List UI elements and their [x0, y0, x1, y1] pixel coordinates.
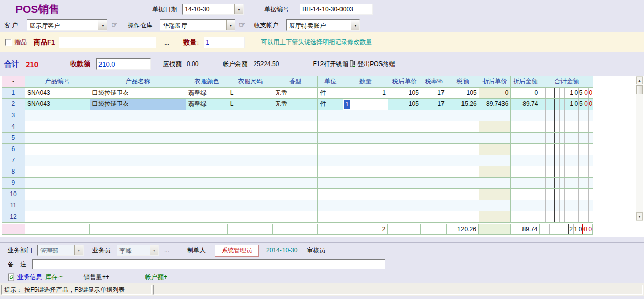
cell-tax[interactable]: 105 [447, 88, 479, 99]
cell-tax_rate[interactable]: 17 [421, 88, 447, 99]
cell-code[interactable] [25, 144, 90, 155]
table-row-empty[interactable]: 12 [2, 211, 593, 223]
cell-disc_amount[interactable] [511, 133, 540, 144]
cell-unit[interactable] [318, 211, 343, 223]
cell-disc_price[interactable] [479, 133, 511, 144]
cell-unit[interactable]: 件 [318, 99, 343, 110]
cell-size[interactable] [228, 144, 273, 155]
cell-name[interactable] [90, 189, 186, 200]
chevron-down-icon[interactable]: ▼ [351, 20, 359, 30]
cell-disc_amount[interactable] [511, 166, 540, 178]
cell-tax[interactable] [447, 211, 479, 223]
table-row-empty[interactable]: 11 [2, 200, 593, 211]
cell-no[interactable]: 5 [2, 133, 25, 144]
table-row-empty[interactable]: 4 [2, 121, 593, 133]
cell-scent[interactable] [273, 166, 318, 178]
cell-tax[interactable] [447, 178, 479, 189]
cell-price[interactable] [388, 121, 421, 133]
cell-tax[interactable]: 120.26 [447, 224, 479, 234]
cell-amount[interactable] [540, 155, 593, 166]
cell-color[interactable] [186, 166, 228, 178]
cell-name[interactable]: 口袋拉链卫衣 [90, 99, 186, 110]
scroll-down-button[interactable]: ▼ [636, 212, 643, 220]
cell-name[interactable] [90, 166, 186, 178]
cell-name[interactable]: 口袋拉链卫衣 [90, 88, 186, 99]
cell-code[interactable] [25, 155, 90, 166]
cell-tax[interactable] [447, 189, 479, 200]
cell-qty[interactable] [343, 200, 388, 211]
cell-no[interactable]: 8 [2, 166, 25, 178]
table-row-empty[interactable]: 9 [2, 178, 593, 189]
qty-input[interactable] [204, 37, 245, 48]
cell-name[interactable] [90, 178, 186, 189]
cell-amount[interactable] [540, 144, 593, 155]
cell-color[interactable] [186, 189, 228, 200]
table-row-empty[interactable]: 5 [2, 133, 593, 144]
cell-disc_amount[interactable]: 0 [511, 88, 540, 99]
cell-code[interactable]: SNA043 [25, 88, 90, 99]
cell-no[interactable]: 2 [2, 99, 25, 110]
cell-unit[interactable] [318, 110, 343, 121]
cell-price[interactable] [388, 178, 421, 189]
cell-unit[interactable] [318, 224, 343, 234]
cell-unit[interactable] [318, 166, 343, 178]
dept-combobox[interactable]: 管理部 ▼ [37, 245, 84, 256]
cell-disc_price[interactable] [479, 155, 511, 166]
cell-code[interactable] [25, 133, 90, 144]
cell-amount[interactable] [540, 211, 593, 223]
cell-amount[interactable]: 21000 [540, 224, 593, 234]
product-more-button[interactable]: ... [164, 39, 169, 46]
salesperson-more-button[interactable]: ... [164, 247, 169, 254]
cell-tax_rate[interactable] [421, 144, 447, 155]
cell-scent[interactable] [273, 133, 318, 144]
cell-tax[interactable] [447, 110, 479, 121]
doc-no-input[interactable] [300, 4, 373, 15]
cell-scent[interactable] [273, 178, 318, 189]
scroll-thumb[interactable] [636, 85, 643, 94]
cell-disc_price[interactable] [479, 211, 511, 223]
cell-color[interactable] [186, 144, 228, 155]
cell-name[interactable] [90, 110, 186, 121]
note-input[interactable] [32, 259, 385, 269]
gift-checkbox[interactable] [5, 39, 12, 46]
cell-scent[interactable]: 无香 [273, 99, 318, 110]
salesperson-combobox[interactable]: 李峰 ▼ [117, 245, 159, 256]
cell-code[interactable] [25, 200, 90, 211]
cell-size[interactable] [228, 155, 273, 166]
cell-no[interactable] [2, 224, 25, 234]
cell-size[interactable] [228, 178, 273, 189]
cell-disc_price[interactable] [479, 178, 511, 189]
cell-code[interactable] [25, 178, 90, 189]
cell-price[interactable] [388, 211, 421, 223]
cell-qty[interactable] [343, 211, 388, 223]
cell-size[interactable] [228, 211, 273, 223]
cell-no[interactable]: 12 [2, 211, 25, 223]
table-row-selected[interactable]: 2SNA043口袋拉链卫衣翡翠绿L无香件11051715.2689.743689… [2, 99, 593, 110]
cell-amount[interactable] [540, 200, 593, 211]
cell-qty[interactable]: 1 [343, 88, 388, 99]
cell-tax[interactable] [447, 166, 479, 178]
cell-scent[interactable]: 无香 [273, 88, 318, 99]
cell-color[interactable] [186, 110, 228, 121]
cell-color[interactable]: 翡翠绿 [186, 99, 228, 110]
cell-code[interactable]: SNA043 [25, 99, 90, 110]
chevron-down-icon[interactable]: ▼ [98, 20, 107, 30]
cell-tax_rate[interactable] [421, 189, 447, 200]
cell-name[interactable] [90, 133, 186, 144]
cell-disc_price[interactable] [479, 189, 511, 200]
cell-qty[interactable] [343, 110, 388, 121]
cell-unit[interactable] [318, 178, 343, 189]
cell-disc_amount[interactable] [511, 155, 540, 166]
cell-disc_price[interactable] [479, 224, 511, 234]
cell-price[interactable] [388, 110, 421, 121]
hand-pointer-icon[interactable]: ☞ [111, 20, 118, 29]
cell-size[interactable] [228, 189, 273, 200]
table-row-empty[interactable]: 3 [2, 110, 593, 121]
cell-tax_rate[interactable] [421, 155, 447, 166]
cell-no[interactable]: 1 [2, 88, 25, 99]
cell-no[interactable]: 4 [2, 121, 25, 133]
cell-tax[interactable]: 15.26 [447, 99, 479, 110]
cell-amount[interactable] [540, 121, 593, 133]
cell-scent[interactable] [273, 224, 318, 234]
cell-amount[interactable] [540, 133, 593, 144]
